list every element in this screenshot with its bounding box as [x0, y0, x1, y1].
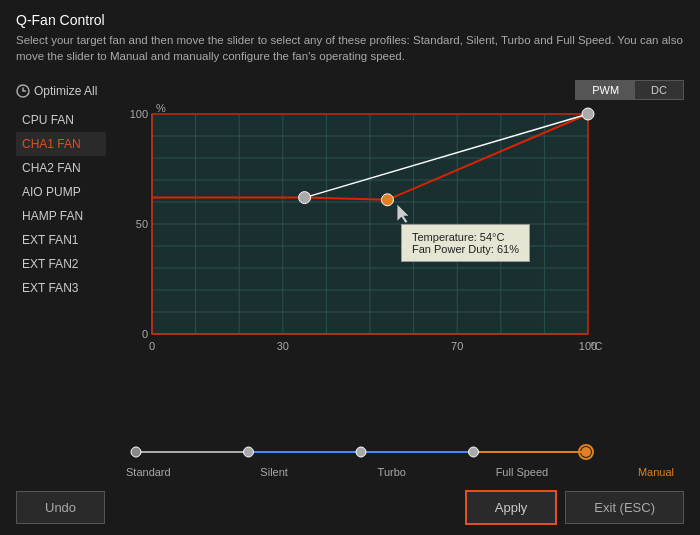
optimize-icon: [16, 84, 30, 98]
fan-chart-canvas[interactable]: [116, 104, 606, 364]
slider-track-container[interactable]: [126, 442, 674, 462]
content-area: Optimize All CPU FAN CHA1 FAN CHA2 FAN A…: [16, 80, 684, 478]
main-container: Q-Fan Control Select your target fan and…: [0, 0, 700, 535]
pwm-button[interactable]: PWM: [576, 81, 635, 99]
label-standard: Standard: [126, 466, 171, 478]
chart-section: PWM DC Temperature: 54°C Fan Power Duty:…: [116, 80, 684, 478]
sidebar-item-hamp-fan[interactable]: HAMP FAN: [16, 204, 106, 228]
sidebar-item-cha1-fan[interactable]: CHA1 FAN: [16, 132, 106, 156]
sidebar-item-aio-pump[interactable]: AIO PUMP: [16, 180, 106, 204]
header: Q-Fan Control Select your target fan and…: [16, 12, 684, 64]
bottom-bar: Undo Apply Exit (ESC): [16, 490, 684, 525]
apply-button[interactable]: Apply: [465, 490, 558, 525]
label-manual: Manual: [638, 466, 674, 478]
slider-canvas[interactable]: [126, 442, 596, 462]
undo-button[interactable]: Undo: [16, 491, 105, 524]
chart-wrapper: Temperature: 54°C Fan Power Duty: 61%: [116, 104, 684, 432]
label-full-speed: Full Speed: [496, 466, 549, 478]
label-silent: Silent: [260, 466, 288, 478]
slider-labels: Standard Silent Turbo Full Speed Manual: [126, 466, 674, 478]
sidebar-item-cpu-fan[interactable]: CPU FAN: [16, 108, 106, 132]
sidebar: Optimize All CPU FAN CHA1 FAN CHA2 FAN A…: [16, 80, 106, 478]
optimize-all-label: Optimize All: [34, 84, 97, 98]
exit-button[interactable]: Exit (ESC): [565, 491, 684, 524]
sidebar-item-cha2-fan[interactable]: CHA2 FAN: [16, 156, 106, 180]
header-description: Select your target fan and then move the…: [16, 32, 684, 64]
sidebar-item-ext-fan3[interactable]: EXT FAN3: [16, 276, 106, 300]
label-turbo: Turbo: [378, 466, 406, 478]
dc-button[interactable]: DC: [635, 81, 683, 99]
sidebar-item-ext-fan2[interactable]: EXT FAN2: [16, 252, 106, 276]
slider-section: Standard Silent Turbo Full Speed Manual: [116, 442, 684, 478]
pwm-dc-toggle[interactable]: PWM DC: [575, 80, 684, 100]
sidebar-item-ext-fan1[interactable]: EXT FAN1: [16, 228, 106, 252]
optimize-all-button[interactable]: Optimize All: [16, 80, 106, 102]
page-title: Q-Fan Control: [16, 12, 684, 28]
